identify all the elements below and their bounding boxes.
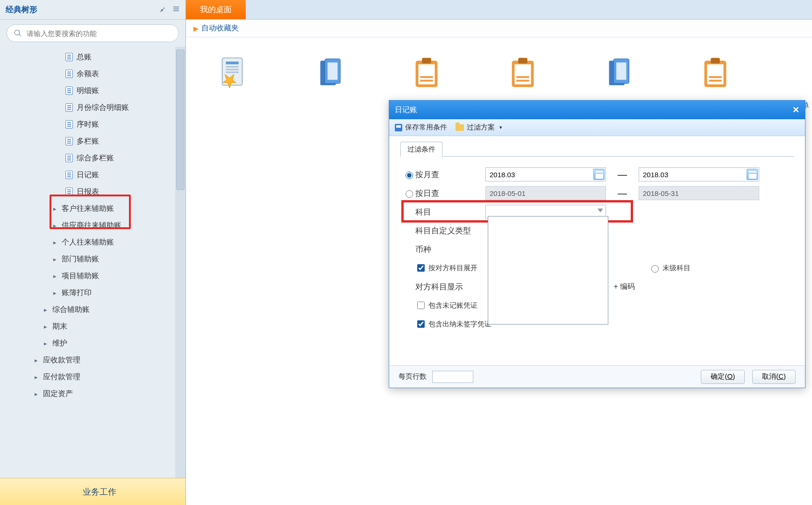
tree-item-label: 综合辅助账	[52, 305, 90, 315]
desktop-icon-doc-star[interactable]	[214, 53, 254, 94]
tree-item-10[interactable]: ▸供应商往来辅助账	[0, 217, 185, 234]
tree-item-18[interactable]: ▸应收款管理	[0, 352, 185, 368]
tree-item-20[interactable]: ▸固定资产	[0, 385, 185, 402]
tree-scrollbar-track[interactable]	[175, 47, 185, 505]
tree-item-4[interactable]: 序时账	[0, 116, 185, 133]
tree-item-16[interactable]: ▸期末	[0, 318, 185, 335]
sidebar-bottom-tab[interactable]: 业务工作	[0, 478, 185, 505]
tree-item-17[interactable]: ▸维护	[0, 335, 185, 352]
tree-item-9[interactable]: ▸客户往来辅助账	[0, 200, 185, 217]
ok-button[interactable]: 确定(O)	[701, 370, 745, 384]
folder-icon	[456, 124, 464, 131]
month-from-input[interactable]	[485, 167, 606, 181]
tree-item-5[interactable]: 多栏账	[0, 133, 185, 150]
search-input[interactable]	[26, 29, 172, 38]
checkbox-unsigned[interactable]	[417, 320, 425, 328]
filter-plan-label: 过滤方案	[467, 123, 495, 132]
tree-item-3[interactable]: 月份综合明细账	[0, 99, 185, 116]
month-from-field[interactable]	[485, 167, 606, 181]
caret-right-icon: ▸	[51, 273, 58, 280]
calendar-icon[interactable]	[747, 169, 758, 180]
tree-item-label: 期末	[52, 322, 67, 332]
radio-by-month[interactable]	[406, 172, 413, 179]
desktop-icon-books-2[interactable]	[599, 53, 639, 94]
desktop-icon-books[interactable]	[310, 53, 350, 94]
tree-item-7[interactable]: 日记账	[0, 166, 185, 183]
tree-item-8[interactable]: 日报表	[0, 183, 185, 200]
subject-dropdown-panel[interactable]	[488, 216, 608, 325]
tree-item-15[interactable]: ▸综合辅助账	[0, 301, 185, 318]
tree-item-0[interactable]: 总账	[0, 49, 185, 65]
tree-item-2[interactable]: 明细账	[0, 82, 185, 99]
day-to-field	[639, 186, 759, 200]
filter-plan-button[interactable]: 过滤方案 ▾	[456, 123, 502, 132]
tab-filter-conditions[interactable]: 过滤条件	[400, 142, 442, 157]
svg-rect-7	[226, 72, 238, 73]
rows-per-page-label: 每页行数	[399, 372, 427, 381]
sidebar-bottom-label: 业务工作	[83, 486, 116, 498]
radio-by-day[interactable]	[406, 190, 413, 198]
document-icon	[65, 137, 73, 145]
tree-item-label: 部门辅助账	[62, 254, 99, 264]
sidebar-search[interactable]	[7, 24, 179, 42]
tree-scrollbar-thumb[interactable]	[176, 50, 185, 190]
cancel-button[interactable]: 取消(C)	[752, 370, 796, 384]
check-include-unposted[interactable]: 包含未记账凭证	[415, 300, 477, 310]
workbook-icon	[70, 487, 78, 497]
radio-end-level-label: 末级科目	[662, 264, 691, 273]
svg-rect-29	[709, 80, 721, 82]
label-by-day: 按日查	[415, 188, 485, 199]
svg-rect-28	[709, 76, 721, 78]
desktop-icon-clipboard-3[interactable]	[695, 53, 735, 94]
label-currency: 币种	[415, 244, 485, 255]
pin-icon[interactable]	[158, 5, 166, 14]
tree-item-6[interactable]: 综合多栏账	[0, 150, 185, 166]
radio-end-level-input[interactable]	[651, 265, 659, 273]
dialog-titlebar: 日记账 ✕	[389, 101, 805, 119]
month-to-input[interactable]	[639, 167, 759, 181]
desktop-icon-clipboard-2[interactable]	[503, 53, 543, 94]
tree-item-19[interactable]: ▸应付款管理	[0, 368, 185, 385]
tree-item-14[interactable]: ▸账簿打印	[0, 284, 185, 301]
rows-per-page-input[interactable]	[432, 371, 473, 383]
check-include-unsigned[interactable]: 包含出纳未签字凭证	[415, 319, 491, 329]
dialog-title: 日记账	[395, 105, 417, 115]
tree-item-13[interactable]: ▸项目辅助账	[0, 267, 185, 284]
save-condition-button[interactable]: 保存常用条件	[395, 123, 447, 132]
checkbox-expand[interactable]	[417, 264, 425, 272]
search-icon	[14, 29, 22, 37]
tree-item-label: 客户往来辅助账	[62, 204, 114, 214]
tree-item-label: 个人往来辅助账	[62, 238, 114, 247]
caret-right-icon: ▸	[42, 323, 49, 330]
tree-item-label: 应付款管理	[43, 372, 80, 382]
menu-icon[interactable]	[172, 5, 180, 14]
svg-rect-14	[422, 58, 431, 64]
check-unposted-label: 包含未记账凭证	[428, 301, 477, 310]
caret-right-icon: ▸	[33, 374, 39, 381]
document-icon	[65, 70, 73, 78]
radio-end-level[interactable]: 末级科目	[649, 264, 691, 273]
chevron-down-icon[interactable]	[598, 209, 603, 212]
tree-item-1[interactable]: 余额表	[0, 65, 185, 82]
check-expand-label: 按对方科目展开	[428, 264, 477, 273]
tree-item-label: 项目辅助账	[62, 271, 99, 281]
svg-rect-6	[226, 69, 238, 70]
caret-right-icon: ▸	[51, 205, 58, 212]
checkbox-unposted[interactable]	[417, 302, 425, 309]
save-icon	[395, 124, 402, 131]
favorites-label: 自动收藏夹	[201, 23, 239, 33]
tree-item-label: 总账	[77, 52, 92, 62]
desktop-icon-clipboard-1[interactable]	[406, 53, 447, 94]
calendar-icon[interactable]	[593, 169, 605, 180]
tree-item-12[interactable]: ▸部门辅助账	[0, 251, 185, 267]
close-icon[interactable]: ✕	[792, 105, 799, 115]
tree-item-label: 维护	[52, 339, 67, 348]
favorites-bar[interactable]: ▶ 自动收藏夹	[186, 20, 812, 37]
check-unsigned-label: 包含出纳未签字凭证	[428, 320, 491, 329]
tree-item-11[interactable]: ▸个人往来辅助账	[0, 234, 185, 251]
tab-desktop[interactable]: 我的桌面	[186, 0, 246, 19]
tree-item-label: 日报表	[77, 187, 99, 197]
caret-right-icon: ▸	[33, 357, 39, 364]
svg-rect-0	[173, 7, 179, 7]
month-to-field[interactable]	[639, 167, 759, 181]
